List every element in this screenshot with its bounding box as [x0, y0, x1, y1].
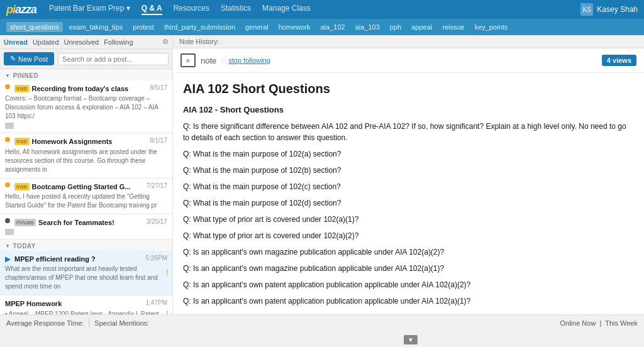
post-date: 5:26PM: [146, 255, 167, 262]
instr-badge: Instr: [14, 138, 30, 145]
post-date: 8/1/17: [150, 137, 167, 144]
online-now-label: Online Now: [560, 319, 596, 327]
post-image-thumb: [5, 229, 14, 235]
tag-general[interactable]: general: [242, 22, 272, 32]
note-question-3: Q: What is the main purpose of 102(c) se…: [183, 181, 634, 192]
post-title: Bootcamp Getting Started G...: [32, 182, 144, 191]
note-label: note: [201, 56, 216, 65]
main-layout: Unread Updated Unresolved Following ⚙ ✎ …: [0, 35, 644, 314]
list-item[interactable]: Instr Recording from today's class 8/5/1…: [0, 80, 172, 133]
post-date: 3/25/17: [147, 218, 167, 225]
post-title: Recording from today's class: [32, 84, 148, 93]
note-header: ≡ note ☆ stop following 4 views: [173, 48, 644, 73]
post-title: Search for Teammates!: [38, 218, 144, 227]
search-input[interactable]: [58, 53, 169, 65]
special-mentions-section: Special Mentions:: [94, 319, 149, 327]
arrow-icon: ▶: [5, 255, 11, 263]
note-question-4: Q: What is the main purpose of 102(d) se…: [183, 197, 634, 209]
alert-icon: !: [166, 268, 169, 278]
tag-homework[interactable]: homework: [275, 22, 314, 32]
instr-badge: Instr: [14, 183, 30, 190]
note-content: AIA 102 Short Questions AIA 102 - Short …: [173, 73, 644, 314]
post-preview: Hello, All homework assignments are post…: [5, 148, 167, 174]
list-item[interactable]: Private Search for Teammates! 3/25/17: [0, 214, 172, 240]
tag-protest[interactable]: protest: [129, 22, 158, 32]
list-item[interactable]: MPEP Homework 1:47PM • Appeal – MPEP 120…: [0, 295, 172, 314]
post-title: MPEP efficient reading ?: [14, 255, 143, 263]
online-now-section: Online Now | This Week: [560, 319, 638, 327]
dark-dot-icon: [5, 218, 10, 223]
post-preview: What are the most important and heavily …: [5, 265, 167, 291]
tag-exam-taking-tips[interactable]: exam_taking_tips: [65, 22, 127, 32]
bottom-divider: [89, 319, 89, 328]
note-history-bar: Note History:: [173, 35, 644, 48]
bottom-bar: Average Response Time: Special Mentions:…: [0, 314, 644, 331]
chevron-down-icon: ▼: [5, 243, 10, 249]
new-post-button[interactable]: ✎ New Post: [4, 52, 54, 65]
nav-course[interactable]: Patent Bar Exam Prep ▾: [49, 4, 130, 15]
filter-unread[interactable]: Unread: [4, 38, 28, 46]
post-date: 8/5/17: [150, 84, 167, 91]
post-title: MPEP Homework: [5, 299, 143, 308]
tag-aia-102[interactable]: aia_102: [317, 22, 349, 32]
section-pinned: ▼ PINNED: [0, 69, 172, 80]
post-preview: Covers: – Bootcamp format – Bootcamp cov…: [5, 94, 167, 121]
tag-short-questions[interactable]: short_questions: [6, 22, 63, 32]
star-icon[interactable]: ☆: [220, 55, 228, 65]
note-question-9: Q: Is an applicant's own patent applicat…: [183, 279, 634, 290]
post-title: Homework Assignments: [32, 137, 148, 146]
filter-following[interactable]: Following: [104, 38, 133, 46]
note-question-5: Q: What type of prior art is covered und…: [183, 214, 634, 225]
nav-qa[interactable]: Q & A: [142, 4, 162, 15]
views-badge: 4 views: [602, 55, 636, 66]
orange-dot-icon: [5, 182, 10, 187]
filter-unresolved[interactable]: Unresolved: [64, 38, 99, 46]
tag-appeal[interactable]: appeal: [408, 22, 436, 32]
tag-third-party[interactable]: third_party_submission: [160, 22, 239, 32]
pencil-icon: ✎: [10, 55, 16, 63]
chevron-down-icon: ▼: [5, 73, 10, 79]
section-today-label: TODAY: [13, 243, 35, 250]
note-question-10: Q: Is an applicant's own patent applicat…: [183, 295, 634, 307]
tag-aia-103[interactable]: aia_103: [352, 22, 384, 32]
tag-reissue[interactable]: reissue: [438, 22, 468, 32]
nav-resources[interactable]: Resources: [174, 4, 209, 15]
list-item[interactable]: Instr Bootcamp Getting Started G... 7/27…: [0, 179, 172, 214]
note-subtitle: AIA 102 - Short Questions: [183, 105, 634, 114]
post-list: ▼ PINNED Instr Recording from today's cl…: [0, 69, 172, 314]
orange-dot-icon: [5, 84, 10, 89]
gear-icon[interactable]: ⚙: [162, 38, 169, 46]
sidebar-filter-bar: Unread Updated Unresolved Following ⚙: [0, 35, 172, 49]
section-today: ▼ TODAY: [0, 240, 172, 251]
post-preview: • Appeal – MPEP 1200 Patent laws– Append…: [5, 310, 167, 314]
note-icon: ≡: [180, 53, 196, 67]
tag-pph[interactable]: pph: [386, 22, 405, 32]
post-image-thumb: [5, 123, 14, 129]
note-title: AIA 102 Short Questions: [183, 82, 634, 96]
logo[interactable]: piazza: [6, 3, 36, 16]
note-history-label: Note History:: [179, 38, 219, 45]
alert-icon: !: [166, 309, 169, 314]
tag-bar: short_questions exam_taking_tips protest…: [0, 19, 644, 35]
note-question-11: Q: What AIA 102 section deals with excep…: [183, 312, 634, 314]
tag-key-points[interactable]: key_points: [471, 22, 512, 32]
content-area: Note History: ≡ note ☆ stop following 4 …: [173, 35, 644, 314]
stop-following-link[interactable]: stop following: [228, 57, 270, 64]
instr-badge: Instr: [14, 85, 30, 92]
private-badge: Private: [14, 219, 36, 226]
this-week-label: This Week: [605, 319, 638, 327]
nav-manage-class[interactable]: Manage Class: [262, 4, 311, 15]
nav-links: Patent Bar Exam Prep ▾ Q & A Resources S…: [49, 4, 580, 15]
post-date: 7/27/17: [147, 182, 167, 189]
username: Kasey Shah: [597, 5, 638, 14]
new-post-label: New Post: [18, 55, 48, 63]
avatar: KS: [580, 3, 593, 16]
note-question-1: Q: What is the main purpose of 102(a) se…: [183, 148, 634, 160]
filter-updated[interactable]: Updated: [33, 38, 59, 46]
note-question-0: Q: Is there significant difference betwe…: [183, 121, 634, 143]
list-item[interactable]: Instr Homework Assignments 8/1/17 Hello,…: [0, 133, 172, 178]
section-pinned-label: PINNED: [13, 72, 38, 79]
list-item[interactable]: ▶ MPEP efficient reading ? 5:26PM What a…: [0, 251, 172, 295]
nav-statistics[interactable]: Statistics: [221, 4, 251, 15]
note-question-7: Q: Is an applicant's own magazine public…: [183, 246, 634, 258]
